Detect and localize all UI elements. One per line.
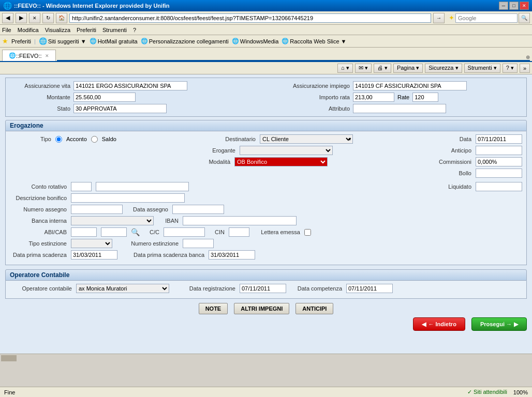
rate-input[interactable]: [412, 93, 438, 102]
data-assegno-input[interactable]: [172, 205, 224, 214]
menu-file[interactable]: File: [2, 27, 11, 33]
bollo-label: Bollo: [430, 170, 471, 176]
numero-assegno-input[interactable]: [71, 205, 123, 214]
erogante-select[interactable]: [240, 146, 333, 155]
liquidato-label: Liquidato: [435, 184, 471, 190]
banca-interna-select[interactable]: [71, 216, 154, 225]
cc-input[interactable]: [164, 227, 205, 237]
iban-input[interactable]: [183, 216, 297, 225]
numero-estinzione-input[interactable]: [183, 239, 214, 248]
horiz-scroll-thumb[interactable]: [1, 355, 17, 361]
back-nav-button[interactable]: ◀: [2, 13, 13, 23]
montante-input[interactable]: [73, 93, 136, 102]
status-text: Fine: [4, 389, 15, 395]
page-button[interactable]: Pagina ▾: [393, 64, 423, 73]
search-abi-icon[interactable]: 🔍: [131, 228, 140, 236]
search-button[interactable]: 🔍: [519, 13, 530, 23]
address-toolbar: ◀ ▶ ✕ ↻ 🏠 → ✦ 🔍: [0, 11, 532, 25]
maximize-button[interactable]: □: [509, 2, 519, 10]
close-button[interactable]: ✕: [520, 2, 529, 10]
fav-personalizzazione[interactable]: 🌐 Personalizzazione collegamenti: [141, 38, 229, 44]
numero-assegno-label: Numero assegno: [10, 206, 67, 212]
menu-strumenti[interactable]: Strumenti: [102, 27, 127, 33]
fav-hotmail[interactable]: 🌐 HotMail gratuita: [90, 38, 138, 44]
data-input[interactable]: [476, 134, 522, 144]
refresh-button[interactable]: ↻: [42, 13, 54, 23]
bollo-input[interactable]: [476, 169, 522, 178]
tipo-acconto-radio[interactable]: [55, 136, 62, 143]
menu-help[interactable]: ?: [133, 27, 136, 33]
sicurezza-button[interactable]: Sicurezza ▾: [425, 64, 462, 73]
modalita-select[interactable]: OB Bonifico: [234, 157, 328, 166]
conto-rotativo-input1[interactable]: [71, 182, 92, 191]
operatore-wrapper: ax Monica Muratori: [76, 284, 169, 293]
altri-impegni-button[interactable]: ALTRI IMPEGNI: [234, 303, 289, 314]
fav-siti-suggeriti[interactable]: 🌐 Siti suggeriti ▼: [39, 37, 86, 45]
descrizione-bonifico-label: Descrizione bonifico: [10, 195, 67, 201]
abi-input1[interactable]: [71, 227, 97, 237]
forward-nav-button[interactable]: ▶: [16, 13, 27, 23]
feeds-button[interactable]: ✉ ▾: [355, 64, 372, 73]
tab-feevo[interactable]: 🌐 ::FEEVO:: ✕: [2, 50, 56, 61]
more-tools-button[interactable]: »: [520, 64, 530, 73]
new-tab-button[interactable]: ⊕: [526, 54, 530, 60]
stato-input[interactable]: [73, 104, 167, 113]
operatore-contabile-title: Operatore Contabile: [10, 271, 69, 279]
cin-input[interactable]: [229, 227, 249, 237]
modalita-label: Modalità: [189, 159, 230, 165]
favorites-label[interactable]: Preferiti: [11, 38, 31, 44]
operatore-select[interactable]: ax Monica Muratori: [76, 284, 169, 293]
tipo-saldo-radio[interactable]: [91, 136, 98, 143]
assicurazione-impiego-input[interactable]: [353, 81, 467, 90]
fav-raccolta[interactable]: 🌐 Raccolta Web Slice ▼: [282, 38, 346, 44]
data-prima-scadenza-input[interactable]: [71, 250, 117, 259]
liquidato-input[interactable]: [476, 182, 522, 191]
note-button[interactable]: NOTE: [199, 303, 228, 314]
status-bar: Fine ✓ Siti attendibili 100%: [0, 387, 532, 397]
banca-interna-wrapper: [71, 216, 154, 225]
window-controls: ─ □ ✕: [499, 2, 529, 10]
abi-label: ABI/CAB: [10, 229, 67, 235]
tab-bar: 🌐 ::FEEVO:: ✕ ⊕: [0, 48, 532, 62]
data-prima-scadenza-banca-input[interactable]: [209, 250, 255, 259]
data-competenza-input[interactable]: [346, 284, 393, 293]
go-button[interactable]: →: [433, 13, 445, 23]
home-button[interactable]: 🏠: [56, 13, 67, 23]
anticipo-input[interactable]: [476, 146, 522, 155]
minimize-button[interactable]: ─: [499, 2, 508, 10]
anticipo-label: Anticipo: [440, 147, 471, 154]
anticipi-button[interactable]: ANTICIPI: [295, 303, 333, 314]
address-input[interactable]: [69, 13, 431, 23]
lettera-emessa-checkbox[interactable]: [304, 229, 311, 236]
destinatario-select[interactable]: CL Cliente: [260, 134, 353, 144]
conto-rotativo-input2[interactable]: [96, 182, 189, 191]
abi-input2[interactable]: [101, 227, 127, 237]
search-input[interactable]: [455, 13, 518, 23]
importo-rata-input[interactable]: [353, 93, 394, 102]
erogante-label: Erogante: [194, 147, 235, 154]
commissioni-input[interactable]: [476, 157, 522, 166]
erogazione-row6: Descrizione bonifico: [10, 193, 522, 203]
fav-windows-media[interactable]: 🌐 WindowsMedia: [232, 38, 279, 44]
descrizione-bonifico-input[interactable]: [71, 193, 185, 203]
cc-label: C/C: [144, 229, 159, 235]
indietro-button[interactable]: ◀ ← Indietro: [413, 317, 465, 331]
data-registrazione-input[interactable]: [240, 284, 286, 293]
home-sec-button[interactable]: ⌂ ▾: [337, 64, 353, 73]
destinatario-wrapper: CL Cliente: [260, 134, 353, 144]
attributo-input[interactable]: [353, 104, 446, 113]
strumenti-sec-button[interactable]: Strumenti ▾: [464, 64, 500, 73]
importo-rata-value: Rate: [351, 91, 522, 103]
stop-button[interactable]: ✕: [29, 13, 40, 23]
assicurazione-vita-input[interactable]: [73, 81, 187, 90]
help-sec-button[interactable]: ? ▾: [503, 64, 518, 73]
menu-preferiti[interactable]: Preferiti: [77, 27, 96, 33]
tipo-estinzione-select[interactable]: [71, 239, 112, 248]
print-button[interactable]: 🖨 ▾: [374, 64, 391, 73]
menu-modifica[interactable]: Modifica: [18, 27, 39, 33]
attributo-value: [351, 103, 522, 114]
horizontal-scrollbar[interactable]: [0, 354, 532, 362]
data-competenza-label: Data competenza: [290, 285, 342, 292]
prosegui-button[interactable]: Prosegui → ▶: [471, 317, 527, 331]
menu-visualizza[interactable]: Visualizza: [45, 27, 70, 33]
